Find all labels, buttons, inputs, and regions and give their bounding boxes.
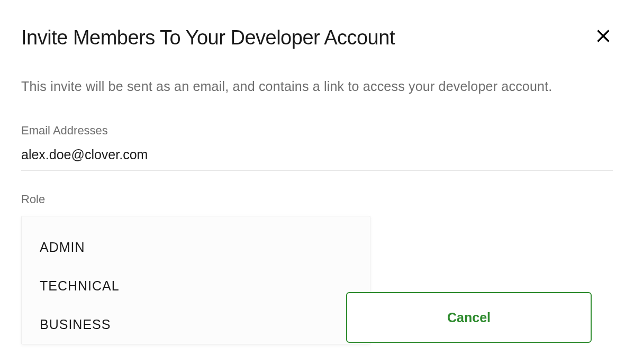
email-label: Email Addresses: [21, 124, 613, 138]
role-dropdown-list: ADMIN TECHNICAL BUSINESS: [21, 216, 370, 344]
role-option-technical[interactable]: TECHNICAL: [22, 267, 370, 305]
role-label: Role: [21, 193, 613, 206]
dialog-title: Invite Members To Your Developer Account: [21, 26, 395, 49]
close-button[interactable]: [594, 26, 613, 46]
close-icon: [596, 29, 611, 43]
role-option-business[interactable]: BUSINESS: [22, 305, 370, 344]
email-input[interactable]: [21, 147, 613, 170]
cancel-button[interactable]: Cancel: [346, 292, 592, 343]
role-option-admin[interactable]: ADMIN: [22, 228, 370, 267]
role-dropdown[interactable]: ADMIN TECHNICAL BUSINESS: [21, 216, 370, 344]
dialog-description: This invite will be sent as an email, an…: [21, 75, 613, 98]
email-field-group: Email Addresses: [21, 124, 613, 170]
